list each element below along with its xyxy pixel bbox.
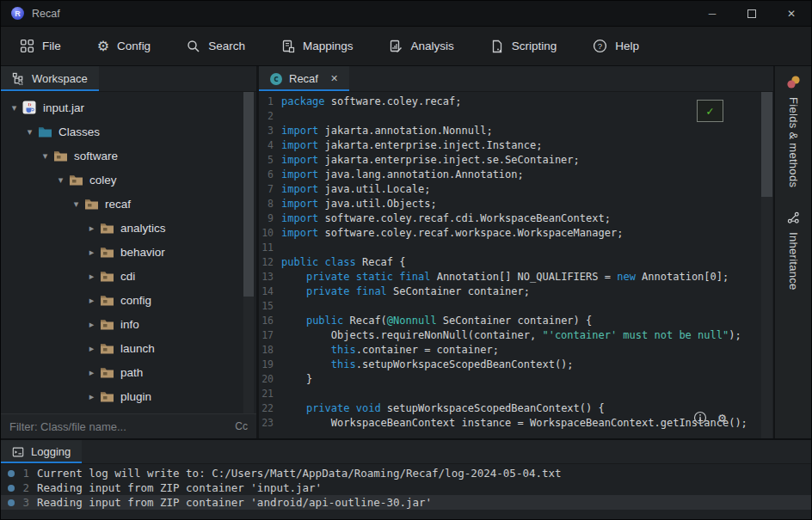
editor-scrollbar[interactable] [761,92,772,438]
info-icon[interactable] [693,411,707,425]
tree-item-label: software [74,150,118,162]
tree-item-label: path [120,366,143,379]
expanded-arrow-icon[interactable]: ▾ [70,199,83,210]
tree-item-label: input.jar [43,101,84,114]
menu-item-analysis[interactable]: Analysis [389,40,453,53]
editor-config-gear-icon[interactable]: ⚙ [718,412,726,425]
log-entry[interactable]: 2Reading input from ZIP container 'input… [1,480,811,495]
tree-scrollbar-thumb[interactable] [243,92,254,297]
tree-item-config[interactable]: ▸config [1,288,256,312]
tree-item-launch[interactable]: ▸launch [1,336,256,360]
menu-item-config[interactable]: ⚙Config [97,40,151,53]
collapsed-arrow-icon[interactable]: ▸ [85,319,98,330]
tree-item-behavior[interactable]: ▸behavior [1,240,256,264]
folder-classes-icon [38,125,52,138]
compile-status-button[interactable]: ✓ [697,100,723,122]
expanded-arrow-icon[interactable]: ▾ [8,102,21,113]
tree-item-analytics[interactable]: ▸analytics [1,216,256,240]
code-line: 6import java.lang.annotation.Annotation; [259,168,773,182]
code-line: 14 private final SeContainer container; [259,284,773,299]
tree-scrollbar[interactable] [243,92,254,413]
app-window: R Recaf ─ ✕ File⚙ConfigSearchMappingsAna… [0,0,812,520]
line-number: 20 [259,372,281,387]
titlebar: R Recaf ─ ✕ [1,1,811,27]
tree-item-label: Classes [58,125,100,138]
expanded-arrow-icon[interactable]: ▾ [39,150,52,162]
code-line: 4import jakarta.enterprise.inject.Instan… [259,138,773,153]
close-button[interactable]: ✕ [772,1,811,26]
mappings-icon [281,40,295,53]
folder-package-icon [100,317,114,331]
collapsed-arrow-icon[interactable]: ▸ [85,391,98,402]
maximize-button[interactable] [732,1,772,26]
code-text: import java.util.Locale; [281,182,430,197]
collapsed-arrow-icon[interactable]: ▸ [85,367,98,378]
line-number: 3 [259,124,281,138]
sidebar-tab-label: Inheritance [787,232,800,291]
tree-item-classes[interactable]: ▾Classes [1,119,256,144]
workspace-tab-label: Workspace [32,72,88,85]
menu-item-label: Mappings [303,40,354,52]
folder-package-icon [100,365,114,379]
window-title: Recaf [32,8,60,20]
tab-recaf-class[interactable]: c Recaf ✕ [259,66,349,91]
code-editor[interactable]: 1package software.coley.recaf;23import j… [259,92,773,438]
editor-tab-strip: c Recaf ✕ [259,66,773,92]
code-line: 5import jakarta.enterprise.inject.se.SeC… [259,153,773,168]
tree-item-coley[interactable]: ▾coley [1,168,256,192]
tab-workspace[interactable]: Workspace [1,66,99,91]
code-line: 19 this.setupWorkspaceScopedBeanContext(… [259,358,773,372]
workspace-tree: ▾input.jar▾Classes▾software▾coley▾recaf▸… [1,92,256,413]
log-line-number: 3 [21,496,29,509]
sidebar-tab-fields-methods[interactable]: Fields & methods [786,75,801,187]
log-line-number: 2 [21,481,29,494]
code-line: 17 Objects.requireNonNull(container, "'c… [259,328,773,343]
log-entry[interactable]: 3Reading input from ZIP container 'andro… [1,495,811,510]
filter-bar: Cc [1,413,256,438]
editor-scrollbar-thumb[interactable] [761,92,772,197]
sidebar-tab-label: Fields & methods [787,97,800,187]
logging-tab-strip: Logging [1,440,811,464]
expanded-arrow-icon[interactable]: ▾ [23,126,36,138]
collapsed-arrow-icon[interactable]: ▸ [85,247,98,258]
line-number: 16 [259,314,281,328]
line-number: 7 [259,182,281,197]
code-text: import jakarta.enterprise.inject.se.SeCo… [281,153,580,168]
minimize-button[interactable]: ─ [692,1,732,26]
tree-item-cdi[interactable]: ▸cdi [1,264,256,288]
filter-input[interactable] [9,420,228,433]
sidebar-tab-inheritance[interactable]: Inheritance [787,211,800,291]
expanded-arrow-icon[interactable]: ▾ [54,174,67,186]
collapsed-arrow-icon[interactable]: ▸ [85,295,98,306]
menu-item-help[interactable]: ?Help [593,39,639,53]
menu-item-scripting[interactable]: Scripting [490,40,557,53]
editor-tab-label: Recaf [289,72,318,85]
collapsed-arrow-icon[interactable]: ▸ [85,343,98,354]
log-list: 1Current log will write to: C:/Users/Mat… [1,464,811,519]
folder-package-icon [100,245,114,259]
right-sidebar: Fields & methodsInheritance [773,66,811,438]
tree-item-software[interactable]: ▾software [1,144,256,168]
collapsed-arrow-icon[interactable]: ▸ [85,271,98,282]
tree-item-input-jar[interactable]: ▾input.jar [1,95,256,119]
collapsed-arrow-icon[interactable]: ▸ [85,223,98,234]
menu-item-search[interactable]: Search [187,40,245,53]
code-line: 8import java.util.Objects; [259,197,773,211]
folder-package-icon [100,293,114,307]
tab-close-icon[interactable]: ✕ [330,73,338,84]
tree-item-path[interactable]: ▸path [1,360,256,384]
jar-icon [22,101,37,114]
line-number: 8 [259,197,281,211]
tree-item-info[interactable]: ▸info [1,312,256,336]
tree-item-plugin[interactable]: ▸plugin [1,384,256,408]
menu-item-file[interactable]: File [20,39,61,53]
folder-package-icon [100,341,114,355]
case-sensitivity-toggle[interactable]: Cc [228,420,248,432]
line-number: 22 [259,401,281,416]
log-entry[interactable]: 1Current log will write to: C:/Users/Mat… [1,466,811,480]
fields-methods-icon [786,75,801,89]
menu-item-mappings[interactable]: Mappings [281,40,354,53]
tree-item-recaf[interactable]: ▾recaf [1,192,256,216]
tab-logging[interactable]: Logging [1,440,82,463]
line-number: 10 [259,226,281,241]
